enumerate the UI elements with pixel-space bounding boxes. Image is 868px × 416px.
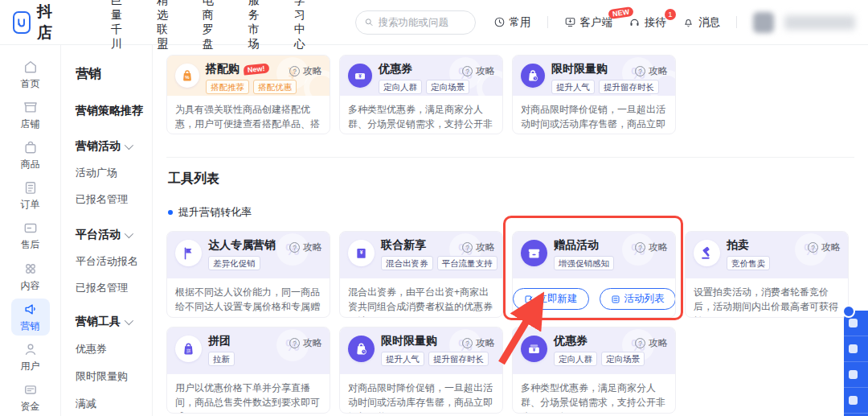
banner-card-row: ¥ % 搭配购 New! 搭配推荐 搭配优惠 攻略 为具有强关联 (166, 55, 868, 134)
sidebar-item-enrolled-management-2[interactable]: 已报名管理 (76, 281, 152, 295)
card-tag: 定向场景 (601, 352, 645, 366)
sidebar-group-marketing-tools[interactable]: 营销工具 (76, 315, 152, 329)
flag-icon (175, 240, 202, 266)
gift-icon (521, 240, 547, 266)
guide-link[interactable]: 攻略 (635, 241, 668, 254)
divider (736, 16, 737, 28)
tool-card-group-buy[interactable]: % 拼 拼团 拉新 攻略 用户以优惠价格下单并分享直播间，商品总售卖件数达到要求… (166, 327, 330, 414)
messages-button[interactable]: 消息 (682, 15, 720, 30)
user-icon (23, 341, 39, 357)
coupon-ticket-icon: ¥ (348, 240, 375, 266)
list-icon (611, 294, 620, 304)
floating-panel-item[interactable] (844, 362, 868, 388)
tool-card-gift-activity[interactable]: % 赠品活动 增强促销感知 攻略 立即新建 活动列表 (512, 231, 676, 318)
svg-text:拼: 拼 (186, 348, 191, 353)
card-title: 限时限量购 (381, 334, 437, 348)
menu-fuwu[interactable]: 服务市场 (248, 0, 264, 51)
sidebar-item-full-discount[interactable]: 满减 (76, 397, 152, 411)
sidebar-item-activity-plaza[interactable]: 活动广场 (76, 166, 152, 180)
create-now-button[interactable]: 立即新建 (513, 288, 589, 310)
tool-card-auction[interactable]: % 拍卖 竞价售卖 攻略 设置拍卖活动，消费者轮番竞价后，活动期间内出价最高者可… (685, 231, 849, 318)
search-input[interactable] (379, 17, 467, 28)
client-download-button[interactable]: 客户端 NEW (564, 15, 613, 30)
avatar (753, 12, 774, 33)
card-description: 对商品限时降价促销，一旦超出活动时间或活动库存售罄，商品立即恢复原价 (340, 374, 502, 414)
sidebar-item-coupon[interactable]: 优惠券 (76, 342, 152, 356)
top-menu: 巨量千川 精选联盟 电商罗盘 服务市场 学习中心 (111, 0, 310, 51)
card-tag: 提升人气 (381, 352, 424, 366)
bag-icon (23, 139, 39, 155)
banner-card-flash-sale[interactable]: % 限时限量购 提升人气 提升留存时长 攻略 对商品限时降价促销，一旦超出活动时… (512, 55, 676, 134)
clock-icon (493, 16, 506, 28)
tool-card-joint-new-享[interactable]: % ¥ 联合新享 混合出资券 平台流量支持 攻略 混合出资券，由平台出资+商家出… (339, 231, 503, 318)
floating-panel-item[interactable] (844, 336, 868, 362)
guide-link[interactable]: 攻略 (462, 64, 495, 78)
guide-link[interactable]: 攻略 (635, 336, 668, 350)
floating-quick-panel[interactable] (844, 311, 868, 416)
card-tag: 提升留存时长 (599, 80, 659, 94)
card-title: 赠品活动 (554, 238, 599, 253)
sidebar-item-content[interactable]: 内容 (11, 258, 50, 295)
svg-text:¥: ¥ (360, 249, 363, 255)
sidebar-item-marketing[interactable]: 营销 (11, 299, 50, 336)
banner-card-bundle[interactable]: ¥ % 搭配购 New! 搭配推荐 搭配优惠 攻略 为具有强关联 (166, 55, 330, 134)
activity-list-button[interactable]: 活动列表 (600, 288, 676, 310)
sidebar-item-strategy[interactable]: 营销策略推荐 (76, 104, 152, 118)
menu-jingxuan[interactable]: 精选联盟 (157, 0, 173, 51)
main-content: ¥ % 搭配购 New! 搭配推荐 搭配优惠 攻略 为具有强关联 (153, 45, 868, 416)
guide-link[interactable]: 攻略 (635, 64, 668, 78)
tools-section-subtitle: 提升营销转化率 (168, 205, 868, 220)
guide-link[interactable]: 攻略 (289, 336, 322, 350)
card-title: 拼团 (208, 334, 231, 348)
reception-button[interactable]: 接待 1 (628, 15, 666, 30)
sidebar-group-activities[interactable]: 营销活动 (76, 139, 152, 154)
guide-link[interactable]: 攻略 (289, 241, 322, 254)
search-box[interactable] (355, 10, 476, 35)
chevron-down-icon (125, 316, 133, 325)
sidebar-item-platform-signup[interactable]: 平台活动报名 (76, 254, 152, 269)
frequently-used-button[interactable]: 常用 (493, 15, 531, 30)
tools-section-title: 工具列表 (168, 171, 868, 187)
sidebar-group-platform-activities[interactable]: 平台活动 (76, 228, 152, 242)
card-description: 设置拍卖活动，消费者轮番竞价后，活动期间内出价最高者可获得拍品 (686, 278, 848, 318)
floating-panel-logo-icon (842, 305, 855, 318)
reception-count-badge: 1 (665, 9, 676, 20)
sidebar-item-flash-sale[interactable]: 限时限量购 (76, 369, 152, 384)
chevron-down-icon (125, 141, 133, 150)
tool-card-flash-sale[interactable]: % 限时限量购 提升人气 提升留存时长 攻略 对商品限时降价促销，一旦超出活动时… (339, 327, 503, 414)
panel-glyph-icon (849, 319, 858, 327)
tool-card-coupon[interactable]: % ¥ 优惠券 定向人群 定向场景 攻略 多种类型优惠券，满足商家分人群、分场景… (512, 327, 676, 414)
sidebar-item-aftersale[interactable]: 售后 (11, 217, 50, 254)
guide-question-icon (808, 242, 818, 253)
account-area[interactable] (753, 12, 855, 33)
top-navigation-bar: 抖店 巨量千川 精选联盟 电商罗盘 服务市场 学习中心 常用 客户端 NEW 接… (0, 0, 868, 45)
tool-card-exclusive-marketing[interactable]: % 达人专属营销 差异化促销 攻略 根据不同达人议价能力，同一商品给不同达人设置… (166, 231, 330, 318)
card-tag: 提升人气 (551, 80, 595, 94)
card-title: 达人专属营销 (208, 238, 276, 253)
create-icon (524, 294, 534, 304)
sidebar-item-funds[interactable]: 资金 (11, 379, 50, 416)
menu-juliang[interactable]: 巨量千川 (111, 0, 127, 51)
app-logo[interactable]: 抖店 (13, 2, 58, 43)
guide-link[interactable]: 攻略 (289, 64, 322, 78)
sidebar-item-goods[interactable]: 商品 (11, 137, 50, 174)
guide-link[interactable]: 攻略 (808, 241, 841, 254)
banner-card-coupon[interactable]: % ¥ 优惠券 定向人群 定向场景 攻略 多种类型优惠券，满足商家分人群、分场景… (339, 55, 503, 134)
gavel-icon (694, 240, 720, 266)
douyin-shop-logo-icon (13, 11, 31, 34)
floating-panel-item[interactable] (844, 388, 868, 414)
card-tag: 定向人群 (554, 352, 597, 366)
sidebar-item-shop[interactable]: 店铺 (11, 97, 50, 134)
guide-link[interactable]: 攻略 (462, 336, 495, 350)
sidebar-item-orders[interactable]: 订单 (11, 177, 50, 214)
sidebar-item-home[interactable]: 首页 (11, 56, 50, 93)
storefront-icon (23, 99, 39, 115)
guide-link[interactable]: 攻略 (462, 241, 495, 254)
menu-xuexi[interactable]: 学习中心 (294, 0, 310, 51)
menu-luopan[interactable]: 电商罗盘 (203, 0, 219, 51)
card-tag: 拉新 (208, 352, 235, 366)
sidebar-item-users[interactable]: 用户 (11, 339, 50, 376)
sidebar-item-enrolled-management[interactable]: 已报名管理 (76, 192, 152, 207)
panel-glyph-icon (849, 370, 858, 379)
card-tag: 搭配推荐 (206, 80, 249, 94)
